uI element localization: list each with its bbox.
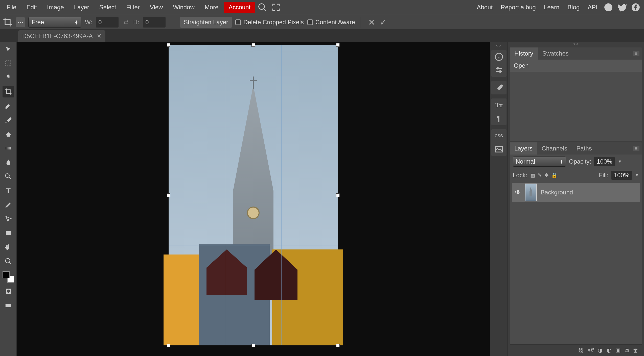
menu-select[interactable]: Select bbox=[95, 2, 121, 13]
css-panel-icon[interactable]: CSS bbox=[494, 131, 504, 141]
character-panel-icon[interactable]: Tт bbox=[494, 100, 504, 110]
link-blog[interactable]: Blog bbox=[564, 2, 583, 13]
link-api[interactable]: API bbox=[584, 2, 601, 13]
crop-handle[interactable] bbox=[167, 43, 170, 47]
hand-tool[interactable] bbox=[3, 241, 14, 253]
tab-paths[interactable]: Paths bbox=[572, 142, 596, 155]
info-panel-icon[interactable] bbox=[494, 52, 504, 62]
blend-mode-select[interactable]: Normal ▲▼ bbox=[513, 157, 566, 167]
link-layers-icon[interactable]: ⛓ bbox=[578, 347, 584, 354]
collapse-panels-icon[interactable]: >< bbox=[508, 42, 644, 46]
tab-channels[interactable]: Channels bbox=[537, 142, 572, 155]
menu-view[interactable]: View bbox=[145, 2, 168, 13]
panel-menu-icon[interactable]: ≡ bbox=[633, 146, 639, 151]
height-input[interactable]: 0 bbox=[143, 17, 166, 28]
canvas[interactable] bbox=[169, 45, 338, 345]
crop-handle[interactable] bbox=[167, 193, 170, 197]
image-panel-icon[interactable] bbox=[494, 144, 504, 154]
path-select-tool[interactable] bbox=[3, 213, 14, 225]
search-icon[interactable] bbox=[258, 3, 267, 12]
tab-layers[interactable]: Layers bbox=[510, 142, 537, 155]
lock-transparency-icon[interactable]: ▦ bbox=[530, 172, 535, 178]
fill-input[interactable]: 100% bbox=[611, 171, 632, 180]
canvas-area[interactable] bbox=[17, 42, 490, 356]
pen-tool[interactable] bbox=[3, 199, 14, 211]
crop-handle[interactable] bbox=[251, 344, 255, 347]
delete-cropped-checkbox[interactable]: Delete Cropped Pixels bbox=[235, 19, 304, 26]
layer-mask-icon[interactable]: ◑ bbox=[598, 347, 603, 354]
foreground-color[interactable] bbox=[3, 271, 10, 278]
keyboard-icon[interactable] bbox=[3, 299, 14, 311]
commit-crop-icon[interactable]: ✓ bbox=[380, 17, 387, 27]
twitter-icon[interactable] bbox=[617, 3, 627, 12]
tool-preset-button[interactable]: ⋯ bbox=[16, 17, 25, 27]
crop-tool[interactable] bbox=[3, 86, 14, 97]
content-aware-checkbox[interactable]: Content Aware bbox=[307, 19, 355, 26]
dodge-tool[interactable] bbox=[3, 171, 14, 182]
menu-window[interactable]: Window bbox=[168, 2, 199, 13]
straighten-layer-button[interactable]: Straighten Layer bbox=[180, 17, 232, 28]
clone-stamp-tool[interactable] bbox=[3, 128, 14, 140]
link-about[interactable]: About bbox=[473, 2, 496, 13]
adjustments-panel-icon[interactable] bbox=[494, 65, 504, 75]
magic-wand-tool[interactable] bbox=[3, 72, 14, 83]
delete-layer-icon[interactable]: 🗑 bbox=[633, 347, 638, 354]
color-swatch[interactable] bbox=[3, 271, 14, 283]
fullscreen-icon[interactable] bbox=[271, 3, 281, 12]
fill-dropdown-icon[interactable]: ▼ bbox=[635, 173, 639, 177]
crop-handle[interactable] bbox=[167, 344, 170, 347]
rectangle-tool[interactable] bbox=[3, 227, 14, 239]
menu-image[interactable]: Image bbox=[42, 2, 68, 13]
menu-account[interactable]: Account bbox=[224, 2, 255, 13]
marquee-tool[interactable] bbox=[3, 58, 14, 69]
cancel-crop-icon[interactable]: ✕ bbox=[368, 17, 375, 27]
type-tool[interactable] bbox=[3, 185, 14, 196]
crop-handle[interactable] bbox=[336, 43, 340, 47]
layer-thumbnail[interactable] bbox=[525, 184, 537, 201]
blur-tool[interactable] bbox=[3, 157, 14, 168]
tab-history[interactable]: History bbox=[510, 47, 538, 60]
menu-file[interactable]: File bbox=[2, 2, 21, 13]
adjustment-layer-icon[interactable]: ◐ bbox=[607, 347, 611, 354]
facebook-icon[interactable] bbox=[631, 3, 640, 12]
link-report-bug[interactable]: Report a bug bbox=[497, 2, 539, 13]
aspect-ratio-select[interactable]: Free ▲▼ bbox=[28, 17, 81, 28]
panel-menu-icon[interactable]: ≡ bbox=[633, 51, 639, 56]
link-learn[interactable]: Learn bbox=[540, 2, 563, 13]
paragraph-panel-icon[interactable]: ¶ bbox=[494, 114, 504, 123]
gradient-tool[interactable] bbox=[3, 142, 14, 154]
lock-position-icon[interactable]: ✥ bbox=[544, 172, 549, 178]
move-tool[interactable] bbox=[3, 43, 14, 55]
crop-tool-icon bbox=[3, 17, 13, 27]
menu-filter[interactable]: Filter bbox=[122, 2, 144, 13]
brush-tool[interactable] bbox=[3, 114, 14, 126]
eraser-tool[interactable] bbox=[3, 100, 14, 112]
crop-handle[interactable] bbox=[336, 344, 340, 347]
history-item[interactable]: Open bbox=[510, 60, 642, 72]
layer-effects-icon[interactable]: eff bbox=[588, 347, 594, 354]
svg-rect-7 bbox=[6, 231, 11, 235]
opacity-dropdown-icon[interactable]: ▼ bbox=[618, 159, 622, 164]
tab-swatches[interactable]: Swatches bbox=[538, 47, 573, 60]
menu-more[interactable]: More bbox=[200, 2, 223, 13]
quick-mask-tool[interactable] bbox=[3, 285, 14, 297]
lock-all-icon[interactable]: 🔒 bbox=[551, 172, 558, 178]
new-layer-icon[interactable]: ⧉ bbox=[625, 347, 629, 354]
layer-item[interactable]: 👁 Background bbox=[512, 183, 640, 202]
layer-visibility-icon[interactable]: 👁 bbox=[515, 189, 521, 196]
width-input[interactable]: 0 bbox=[96, 17, 119, 28]
new-folder-icon[interactable]: ▣ bbox=[615, 347, 621, 354]
crop-handle[interactable] bbox=[336, 193, 340, 197]
reddit-icon[interactable] bbox=[604, 3, 613, 12]
close-tab-icon[interactable]: ✕ bbox=[97, 33, 101, 39]
collapse-icon[interactable]: <> bbox=[496, 43, 502, 47]
menu-layer[interactable]: Layer bbox=[70, 2, 94, 13]
menu-edit[interactable]: Edit bbox=[22, 2, 41, 13]
swap-wh-icon[interactable]: ⇄ bbox=[122, 19, 130, 26]
brush-panel-icon[interactable] bbox=[494, 83, 504, 92]
document-tab[interactable]: D5CEEB1E-C763-499A-A ✕ bbox=[18, 30, 105, 42]
zoom-tool[interactable] bbox=[3, 256, 14, 267]
lock-pixels-icon[interactable]: ✎ bbox=[538, 172, 542, 178]
crop-handle[interactable] bbox=[251, 43, 255, 47]
opacity-input[interactable]: 100% bbox=[594, 157, 615, 166]
